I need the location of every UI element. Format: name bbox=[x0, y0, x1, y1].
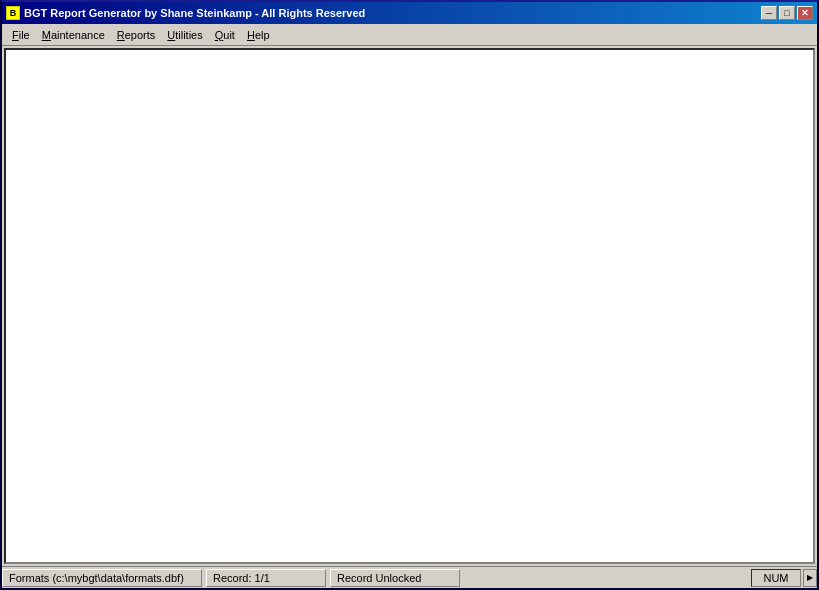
main-window: B BGT Report Generator by Shane Steinkam… bbox=[0, 0, 819, 590]
status-formats: Formats (c:\mybgt\data\formats.dbf) bbox=[2, 569, 202, 587]
menu-item-utilities[interactable]: Utilities bbox=[161, 27, 208, 43]
title-bar: B BGT Report Generator by Shane Steinkam… bbox=[2, 2, 817, 24]
main-content-area bbox=[4, 48, 815, 564]
maximize-button[interactable]: □ bbox=[779, 6, 795, 20]
menu-item-help[interactable]: Help bbox=[241, 27, 276, 43]
status-scroll[interactable]: ▶ bbox=[803, 569, 817, 587]
menu-item-reports[interactable]: Reports bbox=[111, 27, 162, 43]
title-bar-left: B BGT Report Generator by Shane Steinkam… bbox=[6, 6, 365, 20]
status-record: Record: 1/1 bbox=[206, 569, 326, 587]
title-bar-buttons: ─ □ ✕ bbox=[761, 6, 813, 20]
menu-item-quit[interactable]: Quit bbox=[209, 27, 241, 43]
menu-bar: File Maintenance Reports Utilities Quit … bbox=[2, 24, 817, 46]
status-bar: Formats (c:\mybgt\data\formats.dbf) Reco… bbox=[2, 566, 817, 588]
menu-item-maintenance[interactable]: Maintenance bbox=[36, 27, 111, 43]
app-icon: B bbox=[6, 6, 20, 20]
status-unlocked: Record Unlocked bbox=[330, 569, 460, 587]
menu-item-file[interactable]: File bbox=[6, 27, 36, 43]
title-bar-text: BGT Report Generator by Shane Steinkamp … bbox=[24, 7, 365, 19]
close-button[interactable]: ✕ bbox=[797, 6, 813, 20]
minimize-button[interactable]: ─ bbox=[761, 6, 777, 20]
status-num: NUM bbox=[751, 569, 801, 587]
